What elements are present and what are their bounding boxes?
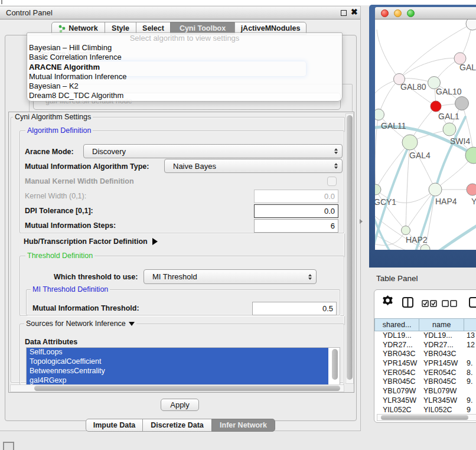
select-all-icon[interactable]	[422, 299, 437, 309]
list-item[interactable]: TopologicalCoefficient	[27, 357, 328, 367]
table-horizontal-scrollbar[interactable]	[377, 414, 476, 421]
dock-panel-icon[interactable]	[3, 442, 14, 450]
dpi-tolerance-label: DPI Tolerance [0,1]:	[25, 207, 93, 215]
node-label: GAL	[459, 63, 476, 72]
node-label: GAL10	[436, 87, 462, 96]
sources-title: Sources for Network Inference	[24, 319, 136, 328]
mi-threshold-label: Mutual Information Threshold:	[32, 304, 139, 312]
hub-definition-label: Hub/Transcription Factor Definition	[24, 237, 148, 246]
control-panel-title: Control Panel	[6, 8, 53, 17]
algorithm-dropdown-popup: Select algorithm to view settings Bayesi…	[27, 32, 343, 102]
table-row[interactable]: YDR27...YDR27...12	[374, 341, 476, 350]
cyni-settings-scrollpane: Cyni Algorithm Settings Algorithm Defini…	[8, 112, 354, 393]
which-threshold-combo[interactable]: MI Threshold	[144, 269, 317, 284]
bottom-tabs: Impute Data Discretize Data Infer Networ…	[86, 419, 275, 432]
top-tick	[1, 0, 2, 4]
settings-horizontal-scrollbar[interactable]	[10, 384, 344, 392]
table-header-row: shared... name	[374, 318, 476, 331]
splitter-collapse-icon[interactable]	[360, 219, 363, 224]
data-attributes-label: Data Attributes	[25, 338, 77, 346]
tab-network-label: Network	[69, 24, 97, 32]
table-row[interactable]: YBR045CYBR045C9.	[374, 377, 476, 387]
table-row[interactable]: YPR145WYPR145W9.	[374, 359, 476, 369]
dropdown-item[interactable]: Basic Correlation Inference	[27, 53, 342, 62]
table-row[interactable]: YBL079WYBL079W	[374, 387, 476, 396]
minimize-traffic-light-icon[interactable]	[394, 9, 402, 17]
collapse-arrow-icon[interactable]	[129, 322, 135, 326]
network-graph: GAL80 GAL10 GAL1 GAL11 SWI4 GAL4 GCY1 HA…	[375, 19, 476, 250]
columns-icon[interactable]	[402, 297, 413, 310]
table-row[interactable]: YLR345WYLR345W9.	[374, 396, 476, 406]
settings-vertical-scrollbar[interactable]	[345, 113, 354, 384]
kernel-width-field: 0.0	[254, 190, 338, 203]
gear-icon[interactable]	[382, 295, 393, 309]
close-icon[interactable]: ✖	[351, 7, 358, 17]
deselect-all-icon[interactable]	[442, 299, 457, 309]
sources-title-label: Sources for Network Inference	[26, 319, 126, 328]
dropdown-placeholder: Select algorithm to view settings	[27, 33, 342, 43]
float-window-icon[interactable]	[341, 10, 347, 16]
network-canvas[interactable]: GAL80 GAL10 GAL1 GAL11 SWI4 GAL4 GCY1 HA…	[375, 19, 476, 250]
apply-button[interactable]: Apply	[161, 399, 199, 411]
tab-discretize-data[interactable]: Discretize Data	[142, 419, 212, 432]
table-panel-title: Table Panel	[376, 274, 418, 283]
list-item[interactable]: BetweennessCentrality	[27, 367, 328, 376]
mi-threshold-group: MI Threshold Definition Mutual Informati…	[26, 289, 340, 315]
mi-steps-label: Mutual Information Steps:	[25, 221, 116, 230]
node-label: GAL4	[409, 151, 431, 160]
cyni-algorithm-settings-title: Cyni Algorithm Settings	[13, 113, 93, 121]
tab-impute-data[interactable]: Impute Data	[86, 419, 143, 432]
column-header[interactable]: shared...	[374, 318, 419, 331]
mi-type-combo[interactable]: Naive Bayes	[164, 159, 343, 173]
manual-kernel-checkbox[interactable]	[327, 177, 337, 186]
column-header[interactable]: name	[419, 318, 464, 331]
node-label: GAL80	[400, 82, 426, 92]
hub-definition-expander[interactable]: Hub/Transcription Factor Definition	[24, 237, 158, 246]
algorithm-definition-group: Algorithm Definition Aracne Mode: Discov…	[19, 131, 344, 233]
column-header[interactable]	[464, 318, 476, 331]
combo-spinner-icon	[333, 159, 338, 172]
manual-kernel-label: Manual Kernel Width Definition	[25, 177, 134, 185]
which-threshold-label: Which threshold to use:	[54, 273, 138, 281]
dropdown-item[interactable]: Bayesian – K2	[27, 81, 342, 91]
list-item[interactable]: gal4RGexp	[27, 376, 328, 385]
expander-arrow-icon	[152, 238, 158, 245]
control-panel-titlebar[interactable]: Control Panel ✖	[0, 6, 360, 19]
network-window-titlebar[interactable]	[375, 7, 476, 19]
list-item[interactable]: SelfLoops	[27, 348, 328, 357]
zoom-traffic-light-icon[interactable]	[407, 9, 415, 17]
dropdown-item[interactable]: Dream8 DC_TDC Algorithm	[27, 91, 342, 100]
table-row[interactable]: YER054CYER054C8.	[374, 369, 476, 378]
mi-steps-field[interactable]: 6	[254, 219, 338, 233]
combo-spinner-icon	[333, 145, 338, 158]
function-icon[interactable]	[469, 297, 476, 310]
table-panel: shared... name YDL19...YDL19...13 YDR27.…	[374, 289, 476, 423]
dropdown-item[interactable]: Mutual Information Inference	[27, 72, 342, 81]
mi-threshold-field[interactable]: 0.5	[252, 302, 337, 315]
node-label: Y	[471, 197, 476, 206]
tab-infer-network[interactable]: Infer Network	[211, 419, 275, 432]
node-label: HAP4	[435, 197, 457, 206]
kernel-width-label: Kernel Width (0,1):	[25, 192, 86, 200]
node-label: GAL1	[438, 112, 459, 121]
list-scrollbar[interactable]	[331, 348, 338, 384]
dpi-tolerance-field[interactable]: 0.0	[254, 204, 338, 218]
network-icon	[58, 25, 66, 32]
mi-type-label: Mutual Information Algorithm Type:	[25, 162, 149, 171]
data-attributes-list[interactable]: SelfLoops TopologicalCoefficient Between…	[26, 347, 340, 385]
table-row[interactable]: YBR043CYBR043C	[374, 350, 476, 359]
close-traffic-light-icon[interactable]	[381, 9, 389, 17]
threshold-definition-group: Threshold Definition Which threshold to …	[19, 256, 344, 316]
network-view-window[interactable]: GAL80 GAL10 GAL1 GAL11 SWI4 GAL4 GCY1 HA…	[369, 5, 476, 268]
dropdown-item[interactable]: Bayesian – Hill Climbing	[27, 43, 342, 53]
node-label: SWI4	[450, 136, 470, 146]
aracne-mode-combo[interactable]: Discovery	[83, 144, 343, 158]
threshold-definition-title: Threshold Definition	[25, 252, 94, 260]
table-row[interactable]: YDL19...YDL19...13	[374, 331, 476, 341]
table-row[interactable]: YIL052CYIL052C9	[374, 406, 476, 415]
aracne-mode-label: Aracne Mode:	[25, 148, 74, 156]
algorithm-definition-title: Algorithm Definition	[25, 126, 93, 135]
combo-spinner-icon	[307, 270, 312, 283]
node-label: HAP2	[406, 235, 428, 244]
dropdown-item-selected[interactable]: ARACNE Algorithm	[27, 63, 342, 72]
